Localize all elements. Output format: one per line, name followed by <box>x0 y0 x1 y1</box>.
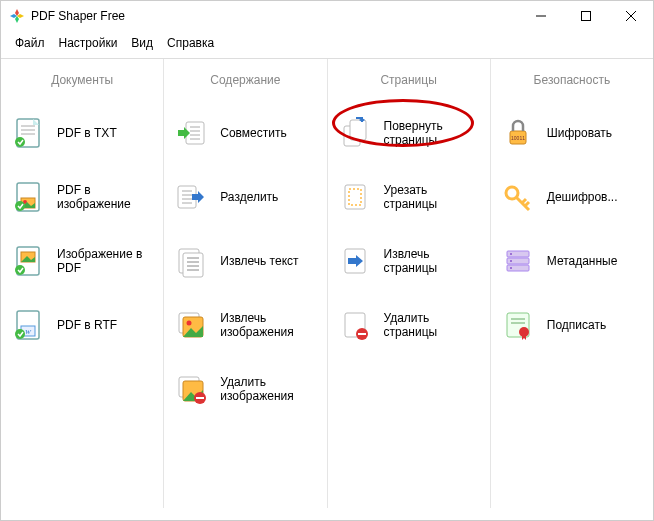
extract-images-icon <box>174 308 208 342</box>
column-header: Страницы <box>328 69 490 101</box>
menu-help[interactable]: Справка <box>161 34 220 52</box>
svg-point-38 <box>187 321 192 326</box>
item-label: Повернуть страницы <box>384 119 480 148</box>
item-label: PDF в TXT <box>57 126 117 140</box>
crop-icon <box>338 180 372 214</box>
menu-settings[interactable]: Настройки <box>53 34 124 52</box>
main-grid: Документы PDF в TXT PDF в изображение Из… <box>1 59 653 508</box>
certificate-icon <box>501 308 535 342</box>
column-security: Безопасность 10011 Шифровать Дешифров...… <box>491 59 653 508</box>
item-label: Удалить страницы <box>384 311 480 340</box>
svg-text:10011: 10011 <box>511 135 525 141</box>
svg-point-63 <box>519 327 529 337</box>
column-pages: Страницы Повернуть страницы Урезать стра… <box>328 59 491 508</box>
action-crop-pages[interactable]: Урезать страницы <box>328 165 490 229</box>
action-extract-text[interactable]: Извлечь текст <box>164 229 326 293</box>
svg-rect-1 <box>581 12 590 21</box>
item-label: Метаданные <box>547 254 618 268</box>
lock-icon: 10011 <box>501 116 535 150</box>
action-encrypt[interactable]: 10011 Шифровать <box>491 101 653 165</box>
item-label: PDF в RTF <box>57 318 117 332</box>
item-label: Удалить изображения <box>220 375 316 404</box>
minimize-button[interactable] <box>518 1 563 31</box>
key-icon <box>501 180 535 214</box>
item-label: Изображение в PDF <box>57 247 153 276</box>
action-split[interactable]: Разделить <box>164 165 326 229</box>
merge-icon <box>174 116 208 150</box>
action-extract-images[interactable]: Извлечь изображения <box>164 293 326 357</box>
column-header: Содержание <box>164 69 326 101</box>
svg-point-57 <box>510 253 512 255</box>
action-decrypt[interactable]: Дешифров... <box>491 165 653 229</box>
window-controls <box>518 1 653 31</box>
action-delete-images[interactable]: Удалить изображения <box>164 357 326 421</box>
column-content: Содержание Совместить Разделить Извлечь … <box>164 59 327 508</box>
item-label: Извлечь изображения <box>220 311 316 340</box>
menu-view[interactable]: Вид <box>125 34 159 52</box>
item-label: Шифровать <box>547 126 612 140</box>
item-label: Извлечь страницы <box>384 247 480 276</box>
pdf-image-icon <box>11 180 45 214</box>
svg-rect-42 <box>196 397 204 399</box>
menubar: Файл Настройки Вид Справка <box>1 31 653 59</box>
action-image-to-pdf[interactable]: Изображение в PDF <box>1 229 163 293</box>
extract-text-icon <box>174 244 208 278</box>
window-title: PDF Shaper Free <box>31 9 518 23</box>
app-icon <box>9 8 25 24</box>
item-label: Подписать <box>547 318 606 332</box>
svg-point-19 <box>15 329 25 339</box>
svg-point-59 <box>510 267 512 269</box>
action-extract-pages[interactable]: Извлечь страницы <box>328 229 490 293</box>
metadata-icon <box>501 244 535 278</box>
action-merge[interactable]: Совместить <box>164 101 326 165</box>
item-label: Разделить <box>220 190 278 204</box>
action-pdf-to-rtf[interactable]: W PDF в RTF <box>1 293 163 357</box>
delete-images-icon <box>174 372 208 406</box>
close-button[interactable] <box>608 1 653 31</box>
item-label: PDF в изображение <box>57 183 153 212</box>
pdf-rtf-icon: W <box>11 308 45 342</box>
split-icon <box>174 180 208 214</box>
action-rotate-pages[interactable]: Повернуть страницы <box>328 101 490 165</box>
item-label: Дешифров... <box>547 190 618 204</box>
menu-file[interactable]: Файл <box>9 34 51 52</box>
svg-point-58 <box>510 260 512 262</box>
item-label: Совместить <box>220 126 286 140</box>
titlebar: PDF Shaper Free <box>1 1 653 31</box>
delete-pages-icon <box>338 308 372 342</box>
item-label: Урезать страницы <box>384 183 480 212</box>
maximize-button[interactable] <box>563 1 608 31</box>
item-label: Извлечь текст <box>220 254 298 268</box>
column-documents: Документы PDF в TXT PDF в изображение Из… <box>1 59 164 508</box>
svg-point-12 <box>15 201 25 211</box>
action-pdf-to-txt[interactable]: PDF в TXT <box>1 101 163 165</box>
svg-rect-31 <box>183 253 203 277</box>
svg-rect-50 <box>358 333 366 335</box>
pdf-txt-icon <box>11 116 45 150</box>
svg-rect-44 <box>350 120 366 140</box>
action-delete-pages[interactable]: Удалить страницы <box>328 293 490 357</box>
image-pdf-icon <box>11 244 45 278</box>
svg-point-5 <box>15 137 25 147</box>
action-metadata[interactable]: Метаданные <box>491 229 653 293</box>
column-header: Документы <box>1 69 163 101</box>
action-sign[interactable]: Подписать <box>491 293 653 357</box>
action-pdf-to-image[interactable]: PDF в изображение <box>1 165 163 229</box>
rotate-icon <box>338 116 372 150</box>
svg-point-15 <box>15 265 25 275</box>
extract-pages-icon <box>338 244 372 278</box>
column-header: Безопасность <box>491 69 653 101</box>
